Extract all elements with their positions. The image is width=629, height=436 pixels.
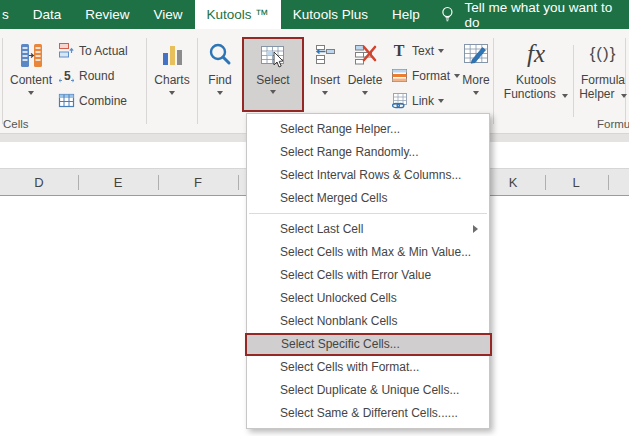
column-header-k[interactable]: K bbox=[509, 175, 518, 190]
chevron-down-icon bbox=[562, 94, 568, 98]
fx-icon: fx bbox=[527, 35, 545, 73]
delete-cells-icon bbox=[354, 37, 377, 73]
content-icon bbox=[18, 37, 45, 73]
group-label-cells: Cells bbox=[3, 118, 29, 130]
content-button[interactable]: Content bbox=[4, 35, 58, 113]
find-label: Find bbox=[208, 73, 231, 87]
column-header-l[interactable]: L bbox=[572, 175, 579, 190]
menu-separator bbox=[249, 213, 487, 214]
to-actual-icon bbox=[57, 42, 75, 60]
round-icon: 5 bbox=[57, 67, 75, 85]
to-actual-label: To Actual bbox=[79, 44, 128, 58]
menu-item[interactable]: Select Cells with Error Value bbox=[247, 264, 489, 287]
text-icon: T bbox=[390, 42, 408, 60]
text-button[interactable]: T Text bbox=[390, 38, 460, 63]
tab-review[interactable]: Review bbox=[73, 0, 141, 29]
column-divider bbox=[545, 175, 546, 190]
insert-button[interactable]: Insert bbox=[306, 35, 344, 113]
round-label: Round bbox=[79, 69, 114, 83]
menu-item[interactable]: Select Range Helper... bbox=[247, 118, 489, 141]
column-header-e[interactable]: E bbox=[114, 175, 123, 190]
combine-button[interactable]: Combine bbox=[57, 88, 128, 113]
link-icon bbox=[390, 92, 408, 110]
kutools-functions-button[interactable]: fx Kutools Functions bbox=[503, 33, 569, 111]
small-button-column: T Text Format bbox=[390, 38, 460, 113]
tab-kutools-plus[interactable]: Kutools Plus bbox=[281, 0, 380, 29]
chevron-down-icon bbox=[621, 94, 627, 98]
menu-item[interactable]: Select Same & Different Cells...... bbox=[247, 402, 489, 425]
combine-label: Combine bbox=[79, 94, 127, 108]
menu-item[interactable]: Select Cells with Max & Min Value... bbox=[247, 241, 489, 264]
kutools-functions-label-1: Kutools bbox=[516, 73, 556, 87]
find-button[interactable]: Find bbox=[199, 35, 241, 113]
menu-item[interactable]: Select Last Cell bbox=[247, 218, 489, 241]
delete-button[interactable]: Delete bbox=[344, 35, 386, 113]
more-button[interactable]: More bbox=[455, 35, 497, 113]
lightbulb-icon bbox=[440, 6, 455, 23]
format-cells-icon bbox=[390, 67, 408, 85]
insert-label: Insert bbox=[310, 73, 340, 87]
menu-item[interactable]: Select Duplicate & Unique Cells... bbox=[247, 379, 489, 402]
tab-kutools[interactable]: Kutools ™ bbox=[195, 0, 281, 29]
content-label: Content bbox=[10, 73, 52, 87]
formula-braces-icon: {()} bbox=[590, 35, 617, 73]
round-button[interactable]: 5 Round bbox=[57, 63, 128, 88]
group-separator bbox=[2, 38, 3, 124]
menu-item[interactable]: Select Range Randomly... bbox=[247, 141, 489, 164]
select-dropdown-menu: Select Range Helper...Select Range Rando… bbox=[246, 113, 490, 429]
column-header-d[interactable]: D bbox=[34, 175, 43, 190]
menu-item[interactable]: Select Cells with Format... bbox=[247, 356, 489, 379]
kutools-functions-label-2: Functions bbox=[504, 87, 556, 101]
menu-item[interactable]: Select Specific Cells... bbox=[245, 333, 492, 356]
menu-item[interactable]: Select Merged Cells bbox=[247, 187, 489, 210]
menu-item[interactable]: Select Unlocked Cells bbox=[247, 287, 489, 310]
chevron-down-icon bbox=[473, 91, 479, 95]
menu-item-label: Select Range Helper... bbox=[280, 122, 400, 136]
insert-cells-icon bbox=[314, 37, 336, 73]
column-divider bbox=[608, 175, 609, 190]
to-actual-button[interactable]: To Actual bbox=[57, 38, 128, 63]
more-tools-icon bbox=[463, 37, 490, 73]
menu-item[interactable]: Select Interval Rows & Columns... bbox=[247, 164, 489, 187]
combine-icon bbox=[57, 92, 75, 110]
charts-button[interactable]: Charts bbox=[148, 35, 196, 113]
group-separator bbox=[573, 45, 574, 117]
select-cells-icon bbox=[260, 40, 286, 73]
menu-item[interactable]: Select Nonblank Cells bbox=[247, 310, 489, 333]
link-button[interactable]: Link bbox=[390, 88, 460, 113]
link-label: Link bbox=[412, 94, 434, 108]
select-button[interactable]: Select bbox=[242, 37, 304, 112]
group-separator bbox=[197, 38, 198, 124]
menu-item-label: Select Last Cell bbox=[280, 222, 363, 236]
column-divider bbox=[78, 175, 79, 190]
menu-item-label: Select Cells with Error Value bbox=[280, 268, 431, 282]
tab-view[interactable]: View bbox=[142, 0, 195, 29]
tab-help[interactable]: Help bbox=[380, 0, 432, 29]
tab-data[interactable]: Data bbox=[21, 0, 74, 29]
tell-me-box[interactable]: Tell me what you want to do bbox=[440, 0, 629, 29]
svg-text:5: 5 bbox=[64, 69, 71, 83]
text-label: Text bbox=[412, 44, 434, 58]
chevron-down-icon bbox=[362, 91, 368, 95]
column-divider bbox=[158, 175, 159, 190]
select-label: Select bbox=[256, 73, 289, 87]
charts-label: Charts bbox=[154, 73, 189, 87]
menu-item-label: Select Cells with Format... bbox=[280, 360, 419, 374]
chevron-down-icon bbox=[169, 91, 175, 95]
chevron-down-icon bbox=[438, 49, 444, 53]
excel-window: s DataReviewViewKutools ™Kutools PlusHel… bbox=[0, 0, 629, 436]
menu-item-label: Select Specific Cells... bbox=[281, 337, 400, 351]
column-divider bbox=[238, 175, 239, 190]
format-button[interactable]: Format bbox=[390, 63, 460, 88]
chevron-down-icon bbox=[217, 91, 223, 95]
menu-item-label: Select Same & Different Cells...... bbox=[280, 406, 458, 420]
tell-me-label: Tell me what you want to do bbox=[464, 0, 629, 30]
tab-formulas-partial[interactable]: s bbox=[0, 0, 21, 29]
menu-item-label: Select Cells with Max & Min Value... bbox=[280, 245, 471, 259]
chevron-down-icon bbox=[322, 91, 328, 95]
formula-helper-label-1: Formula bbox=[581, 73, 625, 87]
menu-item-label: Select Duplicate & Unique Cells... bbox=[280, 383, 459, 397]
formula-helper-button[interactable]: {()} Formula Helper bbox=[577, 33, 629, 111]
column-header-f[interactable]: F bbox=[194, 175, 202, 190]
submenu-arrow-icon bbox=[473, 225, 478, 233]
